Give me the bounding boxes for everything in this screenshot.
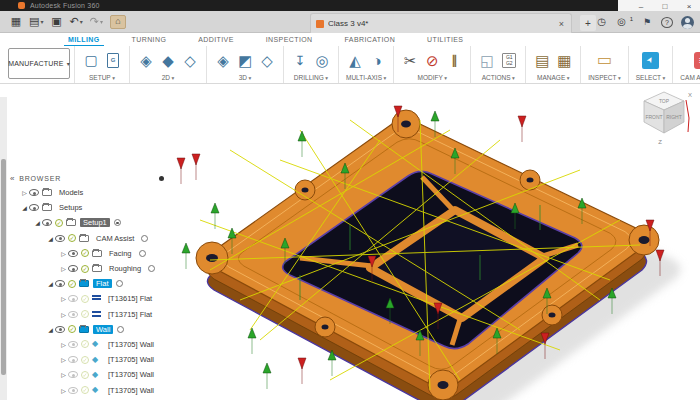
tree-row[interactable]: ◢✓Wall bbox=[8, 322, 170, 337]
flat-3d-icon[interactable] bbox=[258, 48, 276, 72]
visibility-eye-icon[interactable] bbox=[68, 250, 78, 257]
tree-item-label[interactable]: Setups bbox=[56, 203, 85, 212]
chevron-expanded-icon[interactable]: ◢ bbox=[46, 326, 55, 333]
tree-row[interactable]: ◢✓CAM Assist bbox=[8, 231, 170, 246]
tree-row[interactable]: ▷✓Roughing bbox=[8, 261, 170, 276]
close-tab-icon[interactable]: × bbox=[557, 19, 566, 29]
pocket-2d-icon[interactable] bbox=[137, 48, 155, 72]
tool-library-icon[interactable] bbox=[533, 48, 551, 72]
tree-row[interactable]: ▷✓[T13705] Wall bbox=[8, 367, 170, 382]
notifications-icon[interactable] bbox=[641, 15, 653, 29]
minimize-button[interactable]: – bbox=[630, 1, 652, 12]
tab-turning[interactable]: TURNING bbox=[128, 34, 171, 46]
operation-status-icon[interactable] bbox=[139, 250, 146, 257]
tree-item-label[interactable]: [T13705] Wall bbox=[105, 386, 157, 395]
tree-row[interactable]: ▷✓[T13715] Flat bbox=[8, 307, 170, 322]
tree-item-label[interactable]: Facing bbox=[106, 249, 135, 258]
visibility-eye-icon[interactable] bbox=[68, 356, 78, 363]
steep-shallow-icon[interactable] bbox=[236, 48, 254, 72]
tab-fabrication[interactable]: FABRICATION bbox=[341, 34, 400, 46]
tab-milling[interactable]: MILLING bbox=[64, 34, 104, 46]
browser-scrollbar[interactable] bbox=[0, 97, 7, 400]
trim-toolpath-icon[interactable] bbox=[401, 48, 419, 72]
chevron-collapsed-icon[interactable]: ▷ bbox=[59, 341, 68, 348]
visibility-eye-icon[interactable] bbox=[55, 326, 65, 333]
group-dropdown[interactable]: MODIFY bbox=[418, 74, 448, 82]
chevron-collapsed-icon[interactable]: ▷ bbox=[59, 311, 68, 318]
group-dropdown[interactable]: INSPECT bbox=[588, 74, 620, 82]
group-dropdown[interactable]: DRILLING bbox=[294, 74, 328, 82]
new-tab-button[interactable]: + bbox=[580, 15, 596, 31]
viewport[interactable]: TOP FRONT RIGHT X Z « BROWSER ▷Models◢Se… bbox=[0, 84, 700, 400]
tree-item-label[interactable]: [T13615] Flat bbox=[105, 294, 155, 303]
group-dropdown[interactable]: SETUP bbox=[89, 74, 115, 82]
scrollbar-thumb[interactable] bbox=[1, 159, 6, 375]
operation-status-icon[interactable] bbox=[148, 265, 155, 272]
rotary-icon[interactable] bbox=[368, 48, 386, 72]
chevron-collapsed-icon[interactable]: ▷ bbox=[59, 250, 68, 257]
operation-status-icon[interactable] bbox=[116, 280, 123, 287]
maximize-button[interactable]: □ bbox=[654, 1, 676, 12]
chevron-collapsed-icon[interactable]: ▷ bbox=[59, 295, 68, 302]
bore-icon[interactable] bbox=[313, 48, 331, 72]
tab-additive[interactable]: ADDITIVE bbox=[194, 34, 237, 46]
chevron-collapsed-icon[interactable]: ▷ bbox=[59, 387, 68, 394]
save-icon[interactable] bbox=[50, 15, 62, 29]
tree-item-label[interactable]: Roughing bbox=[106, 264, 144, 273]
adaptive-clearing-icon[interactable] bbox=[214, 48, 232, 72]
face-2d-icon[interactable] bbox=[159, 48, 177, 72]
drill-icon[interactable] bbox=[291, 48, 309, 72]
operation-status-icon[interactable] bbox=[141, 235, 148, 242]
tree-row[interactable]: ▷✓[T13705] Wall bbox=[8, 337, 170, 352]
chevron-expanded-icon[interactable]: ◢ bbox=[46, 235, 55, 242]
tree-row[interactable]: ▷✓[T13615] Flat bbox=[8, 291, 170, 306]
tree-row[interactable]: ▷Models bbox=[8, 185, 170, 200]
tree-item-label[interactable]: Wall bbox=[93, 325, 113, 334]
browser-options-icon[interactable] bbox=[159, 176, 164, 181]
visibility-eye-icon[interactable] bbox=[42, 219, 52, 226]
nc-program-icon[interactable] bbox=[104, 48, 122, 72]
close-button[interactable]: × bbox=[678, 1, 700, 12]
hole-recognition-icon[interactable] bbox=[445, 48, 463, 72]
group-dropdown[interactable]: 2D bbox=[162, 74, 175, 82]
data-panel-icon[interactable] bbox=[10, 15, 22, 29]
tree-item-label[interactable]: [T13715] Flat bbox=[105, 310, 155, 319]
tree-row[interactable]: ▷✓Facing bbox=[8, 246, 170, 261]
g1g2-icon[interactable] bbox=[500, 48, 518, 72]
tab-utilities[interactable]: UTILITIES bbox=[423, 34, 467, 46]
tree-row[interactable]: ◢✓Flat bbox=[8, 276, 170, 291]
visibility-eye-icon[interactable] bbox=[68, 265, 78, 272]
extensions-icon[interactable] bbox=[616, 15, 628, 29]
tree-row[interactable]: ▷✓[T13705] Wall bbox=[8, 382, 170, 397]
chevron-expanded-icon[interactable]: ◢ bbox=[33, 219, 42, 226]
operation-status-icon[interactable] bbox=[114, 219, 121, 226]
group-dropdown[interactable]: MULTI-AXIS bbox=[346, 74, 386, 82]
operation-status-icon[interactable] bbox=[117, 326, 124, 333]
chevron-collapsed-icon[interactable]: ▷ bbox=[59, 265, 68, 272]
visibility-eye-icon[interactable] bbox=[29, 204, 39, 211]
chevron-expanded-icon[interactable]: ◢ bbox=[20, 204, 29, 211]
machine-library-icon[interactable] bbox=[555, 48, 573, 72]
chevron-collapsed-icon[interactable]: ▷ bbox=[59, 371, 68, 378]
measure-icon[interactable] bbox=[596, 48, 614, 72]
tree-item-label[interactable]: CAM Assist bbox=[93, 234, 137, 243]
job-status-icon[interactable] bbox=[596, 15, 608, 29]
delete-toolpath-icon[interactable] bbox=[423, 48, 441, 72]
redo-icon[interactable] bbox=[90, 15, 103, 29]
swarf-icon[interactable] bbox=[346, 48, 364, 72]
group-dropdown[interactable]: MANAGE bbox=[537, 74, 569, 82]
visibility-eye-icon[interactable] bbox=[55, 280, 65, 287]
chevron-collapsed-icon[interactable]: ▷ bbox=[59, 356, 68, 363]
contour-2d-icon[interactable] bbox=[181, 48, 199, 72]
visibility-eye-icon[interactable] bbox=[68, 371, 78, 378]
chevron-collapsed-icon[interactable]: ▷ bbox=[20, 189, 29, 196]
help-icon[interactable] bbox=[661, 17, 673, 28]
tree-item-label[interactable]: Setup1 bbox=[80, 218, 110, 227]
undo-icon[interactable] bbox=[69, 15, 82, 29]
document-tab[interactable]: Class 3 v4* × bbox=[310, 13, 572, 33]
group-dropdown[interactable]: 3D bbox=[239, 74, 252, 82]
avatar[interactable] bbox=[681, 16, 694, 29]
visibility-eye-icon[interactable] bbox=[68, 295, 78, 302]
home-icon[interactable] bbox=[110, 15, 126, 29]
setup-icon[interactable] bbox=[82, 48, 100, 72]
